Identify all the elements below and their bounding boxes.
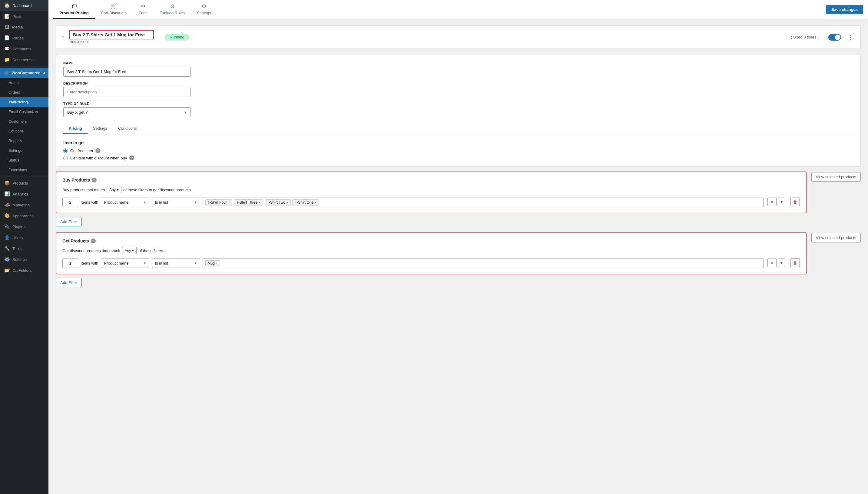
chevron-down-icon: ▾ [195, 200, 197, 205]
tab-fees[interactable]: ✂ Fees [133, 0, 154, 19]
buy-filter-row: Items with Product name ▾ Is in list ▾ T… [62, 197, 800, 207]
buy-is-in-list-select[interactable]: Is in list ▾ [152, 197, 200, 207]
buy-match-select[interactable]: Any ▾ [106, 186, 121, 193]
get-product-name-select[interactable]: Product name ▾ [101, 259, 149, 268]
status-badge: Running [165, 34, 189, 41]
description-input[interactable] [63, 87, 191, 97]
tag-remove-tshirt-two[interactable]: × [287, 201, 288, 204]
sidebar-item-tools[interactable]: 🔧 Tools [0, 243, 48, 254]
buy-view-products-button[interactable]: View selected products [811, 172, 861, 182]
tag-tshirt-one: T-Shirt One × [292, 200, 319, 206]
get-is-in-list-select[interactable]: Is in list ▾ [152, 259, 200, 268]
rule-toggle[interactable] [828, 34, 841, 41]
tab-exclude-rules[interactable]: ⊘ Exclude Rules [154, 0, 191, 19]
settings-icon: ⚙️ [4, 257, 10, 262]
buy-products-help-icon[interactable]: ? [92, 177, 97, 183]
buy-products-box: Buy Products ? Buy products that match A… [56, 172, 807, 213]
sidebar-item-extensions[interactable]: Extensions [0, 165, 48, 175]
media-icon: 🖼 [4, 24, 10, 30]
rule-menu-dots[interactable]: ⋮ [846, 34, 855, 41]
inner-tab-settings[interactable]: Settings [87, 124, 113, 134]
buy-filter-actions: ✕ ▾ [767, 197, 785, 206]
tag-remove-tshirt-three[interactable]: × [259, 201, 260, 204]
tag-remove-tshirt-four[interactable]: × [228, 201, 230, 204]
radio-get-free[interactable]: Get free item ? [63, 148, 853, 153]
sidebar-item-marketing[interactable]: 📣 Marketing [0, 200, 48, 210]
get-match-select[interactable]: Any ▾ [122, 247, 137, 254]
chevron-down-icon: ▾ [195, 261, 197, 265]
buy-qty-input[interactable] [62, 197, 78, 207]
sidebar-item-comments[interactable]: 💬 Comments [0, 43, 48, 54]
documents-icon: 📁 [4, 57, 10, 62]
catfolders-icon: 📂 [4, 268, 10, 273]
name-input[interactable] [63, 67, 191, 77]
sidebar-item-dashboard[interactable]: 🏠 Dashboard [0, 0, 48, 11]
sidebar-item-email-customizer[interactable]: Email Customizer [0, 107, 48, 117]
sidebar-item-status[interactable]: Status [0, 155, 48, 165]
get-view-products-button[interactable]: View selected products [811, 233, 861, 243]
buy-side-actions: View selected products [811, 172, 861, 182]
appearance-icon: 🎨 [4, 213, 10, 218]
buy-product-name-select[interactable]: Product name ▾ [101, 197, 149, 207]
save-changes-button[interactable]: Save changes [826, 5, 863, 14]
sidebar-item-documents[interactable]: 📁 Documents [0, 54, 48, 65]
sidebar-item-posts[interactable]: 📝 Posts [0, 11, 48, 22]
products-icon: 📦 [4, 180, 10, 186]
tag-tshirt-two: T-Shirt Two × [265, 200, 291, 206]
inner-tab-pricing[interactable]: Pricing [63, 124, 87, 134]
get-tags-area[interactable]: Mug × [203, 259, 764, 268]
sidebar-item-media[interactable]: 🖼 Media [0, 22, 48, 33]
get-products-title: Get Products [62, 239, 89, 243]
buy-expand-btn[interactable]: ▾ [778, 197, 785, 206]
sidebar-item-appearance[interactable]: 🎨 Appearance [0, 210, 48, 221]
get-add-filter-button[interactable]: Add Filter [56, 278, 82, 287]
used-times: ( Used 0 times ) [791, 35, 818, 39]
help-icon-get-discount[interactable]: ? [129, 155, 134, 160]
sidebar-item-products[interactable]: 📦 Products [0, 177, 48, 189]
buy-add-filter-button[interactable]: Add Filter [56, 217, 82, 226]
buy-delete-btn[interactable]: 🗑 [790, 197, 800, 206]
sidebar-item-analytics[interactable]: 📊 Analytics [0, 189, 48, 200]
radio-get-free-input[interactable] [63, 149, 68, 153]
sidebar-item-catfolders[interactable]: 📂 CatFolders [0, 265, 48, 276]
sidebar-item-pages[interactable]: 📄 Pages [0, 33, 48, 43]
tab-settings[interactable]: ⚙ Settings [191, 0, 217, 19]
inner-tab-conditions[interactable]: Conditions [113, 124, 142, 134]
sidebar-item-reports[interactable]: Reports [0, 136, 48, 146]
hamburger-icon[interactable]: ≡ [61, 35, 64, 40]
analytics-icon: 📊 [4, 191, 10, 197]
buy-collapse-btn[interactable]: ✕ [767, 197, 776, 206]
get-filter-actions: ✕ ▾ [767, 259, 785, 267]
get-qty-input[interactable] [62, 259, 78, 268]
buy-tags-area[interactable]: T-Shirt Four × T-Shirt Three × T-Shirt T… [203, 197, 764, 207]
item-to-get-section: Item to get Get free item ? Get item wit… [63, 140, 853, 160]
help-icon-get-free[interactable]: ? [95, 148, 100, 153]
sidebar-item-settings[interactable]: ⚙️ Settings [0, 254, 48, 265]
tag-remove-tshirt-one[interactable]: × [315, 201, 316, 204]
sidebar-woocommerce[interactable]: 🛒 WooCommerce ◀ [0, 68, 48, 78]
get-collapse-btn[interactable]: ✕ [767, 259, 776, 267]
radio-get-discount[interactable]: Get item with discount when buy ? [63, 155, 853, 160]
sidebar-item-customers[interactable]: Customers [0, 117, 48, 126]
tab-cart-discounts[interactable]: 🛒 Cart Discounts [95, 0, 133, 19]
rule-title-input[interactable] [69, 30, 154, 39]
tag-remove-mug[interactable]: × [216, 262, 218, 265]
sidebar-item-woo-settings[interactable]: Settings [0, 146, 48, 155]
rule-title-wrap: Buy X get Y [69, 30, 154, 44]
radio-get-discount-input[interactable] [63, 156, 68, 160]
chevron-down-icon: ▾ [184, 110, 186, 115]
get-delete-btn[interactable]: 🗑 [790, 259, 800, 267]
sidebar-item-orders[interactable]: Orders [0, 88, 48, 97]
get-expand-btn[interactable]: ▾ [778, 259, 785, 267]
type-select[interactable]: Buy X get Y ▾ [63, 107, 191, 117]
sidebar-item-home[interactable]: Home [0, 78, 48, 88]
sidebar-item-coupons[interactable]: Coupons [0, 126, 48, 136]
sidebar-item-plugins[interactable]: 🔌 Plugins [0, 221, 48, 232]
sidebar-item-yaypricing[interactable]: YayPricing [0, 97, 48, 107]
tab-product-pricing[interactable]: 🏷 Product Pricing [53, 0, 95, 19]
plugins-icon: 🔌 [4, 224, 10, 229]
get-products-help-icon[interactable]: ? [91, 239, 96, 243]
woo-arrow-icon: ◀ [43, 71, 45, 75]
name-label: NAME [63, 61, 853, 65]
sidebar-item-users[interactable]: 👤 Users [0, 232, 48, 243]
